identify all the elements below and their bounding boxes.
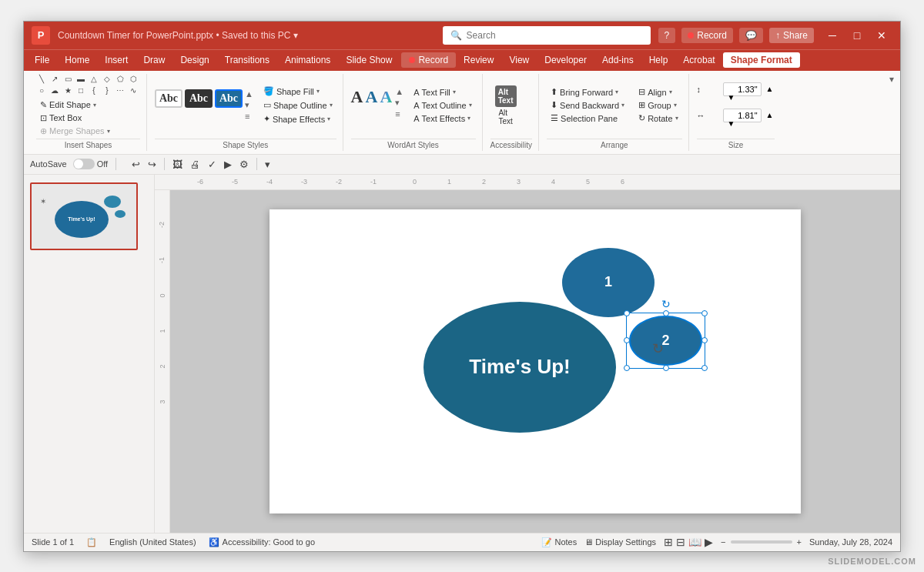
wordart-style-1[interactable]: A xyxy=(351,87,363,107)
redo-button[interactable]: ↪ xyxy=(146,157,158,172)
shape-outline-btn[interactable]: ▭ Shape Outline ▾ xyxy=(259,99,336,111)
handle-bl[interactable] xyxy=(624,365,630,371)
menu-review[interactable]: Review xyxy=(456,52,501,68)
maximize-button[interactable]: □ xyxy=(846,25,868,46)
shape-oval[interactable]: ○ xyxy=(36,85,47,96)
handle-bm[interactable] xyxy=(663,365,669,371)
shape-diamond[interactable]: ◇ xyxy=(102,74,112,85)
record-button[interactable]: Record xyxy=(681,28,733,43)
shape-cloud[interactable]: ☁ xyxy=(49,85,60,96)
shape-more[interactable]: ⋯ xyxy=(115,85,126,96)
rotate-handle[interactable]: ↻ xyxy=(661,298,671,310)
view-reading-icon[interactable]: 📖 xyxy=(688,536,701,548)
text-effects-btn[interactable]: A Text Effects ▾ xyxy=(410,113,475,124)
text-outline-btn[interactable]: A Text Outline ▾ xyxy=(410,100,475,111)
close-button[interactable]: ✕ xyxy=(871,25,892,46)
shape-rect2[interactable]: ▬ xyxy=(75,74,86,85)
handle-br[interactable] xyxy=(701,365,708,371)
ribbon-expand-btn[interactable]: ▾ xyxy=(889,74,894,85)
view-slide-sorter-icon[interactable]: ⊟ xyxy=(676,536,685,548)
notes-btn[interactable]: 📝 Notes xyxy=(541,537,577,547)
menu-acrobat[interactable]: Acrobat xyxy=(675,52,722,68)
rotate-btn[interactable]: ↻ Rotate ▾ xyxy=(634,112,681,124)
slide-canvas[interactable]: Time's Up! 1 2 xyxy=(270,209,801,513)
minimize-button[interactable]: ─ xyxy=(822,25,843,46)
bring-forward-btn[interactable]: ⬆ Bring Forward ▾ xyxy=(547,86,628,98)
shape-ellipse-1[interactable]: 1 xyxy=(562,248,654,317)
group-btn[interactable]: ⊞ Group ▾ xyxy=(634,99,681,111)
menu-insert[interactable]: Insert xyxy=(97,52,136,68)
rotate-icon-floating[interactable]: ↻ xyxy=(652,340,664,357)
shape-callout[interactable]: □ xyxy=(75,85,86,96)
menu-animations[interactable]: Animations xyxy=(277,52,338,68)
view-present-icon[interactable]: ▶ xyxy=(705,536,713,548)
merge-shapes-btn[interactable]: ⊕ Merge Shapes ▾ xyxy=(36,125,140,137)
spelling-icon[interactable]: ✓ xyxy=(206,157,218,172)
wordart-style-2[interactable]: A xyxy=(366,87,378,107)
menu-view[interactable]: View xyxy=(501,52,537,68)
toggle-track[interactable] xyxy=(73,159,95,169)
print-icon[interactable]: 🖨 xyxy=(189,157,202,172)
dropdown-arrow-title[interactable]: ▾ xyxy=(293,30,298,41)
menu-transitions[interactable]: Transitions xyxy=(217,52,277,68)
edit-shape-btn[interactable]: ✎ Edit Shape ▾ xyxy=(36,99,140,111)
zoom-out-btn[interactable]: − xyxy=(721,537,725,547)
height-decrement-btn[interactable]: ▼ xyxy=(726,93,737,102)
style-swatch-1[interactable]: Abc xyxy=(155,89,182,108)
menu-help[interactable]: Help xyxy=(641,52,676,68)
shape-fill-btn[interactable]: 🪣 Shape Fill ▾ xyxy=(259,85,336,97)
shape-line[interactable]: ╲ xyxy=(36,74,47,85)
menu-draw[interactable]: Draw xyxy=(136,52,172,68)
styles-scroll-down[interactable]: ▾ xyxy=(245,100,253,110)
styles-scroll-up[interactable]: ▲ xyxy=(245,89,253,99)
shape-ellipse-2[interactable]: 2 xyxy=(629,316,702,366)
handle-mr[interactable] xyxy=(701,337,708,343)
shape-extra[interactable]: ∿ xyxy=(128,85,139,96)
more-tools-icon[interactable]: ⚙ xyxy=(238,157,250,172)
align-btn[interactable]: ⊟ Align ▾ xyxy=(634,86,681,98)
autosave-toggle[interactable]: Off xyxy=(73,159,108,169)
width-decrement-btn[interactable]: ▼ xyxy=(726,119,737,128)
alt-text-button[interactable]: AltText AltText xyxy=(490,83,521,128)
shape-brace[interactable]: } xyxy=(102,85,112,96)
shape-effects-btn[interactable]: ✦ Shape Effects ▾ xyxy=(259,113,336,125)
handle-tr[interactable] xyxy=(701,310,708,316)
menu-addins[interactable]: Add-ins xyxy=(594,52,641,68)
zoom-slider[interactable] xyxy=(731,540,792,544)
menu-slideshow[interactable]: Slide Show xyxy=(338,52,400,68)
shape-bracket[interactable]: { xyxy=(89,85,99,96)
shape-star[interactable]: ★ xyxy=(62,85,73,96)
customize-icon[interactable]: ▾ xyxy=(263,157,272,172)
send-backward-btn[interactable]: ⬇ Send Backward ▾ xyxy=(547,99,628,111)
shape-hex[interactable]: ⬡ xyxy=(128,74,139,85)
wordart-style-3[interactable]: A xyxy=(380,87,392,107)
text-box-btn[interactable]: ⊡ Text Box xyxy=(36,112,140,124)
shape-triangle[interactable]: △ xyxy=(89,74,99,85)
new-slide-icon[interactable]: 🖼 xyxy=(171,157,184,172)
menu-file[interactable]: File xyxy=(27,52,57,68)
present-icon[interactable]: ▶ xyxy=(223,157,233,172)
style-swatch-2[interactable]: Abc xyxy=(185,89,213,108)
style-swatch-3[interactable]: Abc xyxy=(215,89,243,108)
wordart-scroll-down[interactable]: ▾ xyxy=(395,98,403,108)
selection-pane-btn[interactable]: ☰ Selection Pane xyxy=(547,112,628,124)
search-input[interactable] xyxy=(467,30,643,41)
zoom-in-btn[interactable]: + xyxy=(797,537,802,547)
slide-canvas-area[interactable]: Time's Up! 1 2 xyxy=(170,190,900,533)
help-icon-btn[interactable]: ? xyxy=(658,28,676,43)
comment-button[interactable]: 💬 xyxy=(739,28,763,43)
slide-thumbnail-1[interactable]: 1 Time's Up! xyxy=(30,182,148,250)
share-button[interactable]: ↑ Share xyxy=(769,28,814,43)
menu-design[interactable]: Design xyxy=(172,52,216,68)
accessibility-status[interactable]: ♿ Accessibility: Good to go xyxy=(209,537,315,547)
view-normal-icon[interactable]: ⊞ xyxy=(664,536,673,548)
text-fill-btn[interactable]: A Text Fill ▾ xyxy=(410,87,475,98)
menu-home[interactable]: Home xyxy=(57,52,97,68)
menu-shape-format[interactable]: Shape Format xyxy=(723,52,800,68)
menu-developer[interactable]: Developer xyxy=(537,52,594,68)
shape-rect[interactable]: ▭ xyxy=(62,74,73,85)
styles-more[interactable]: ≡ xyxy=(245,112,253,121)
wordart-more[interactable]: ≡ xyxy=(395,109,403,119)
display-settings-btn[interactable]: 🖥 Display Settings xyxy=(584,537,656,547)
wordart-scroll-up[interactable]: ▲ xyxy=(395,87,403,96)
